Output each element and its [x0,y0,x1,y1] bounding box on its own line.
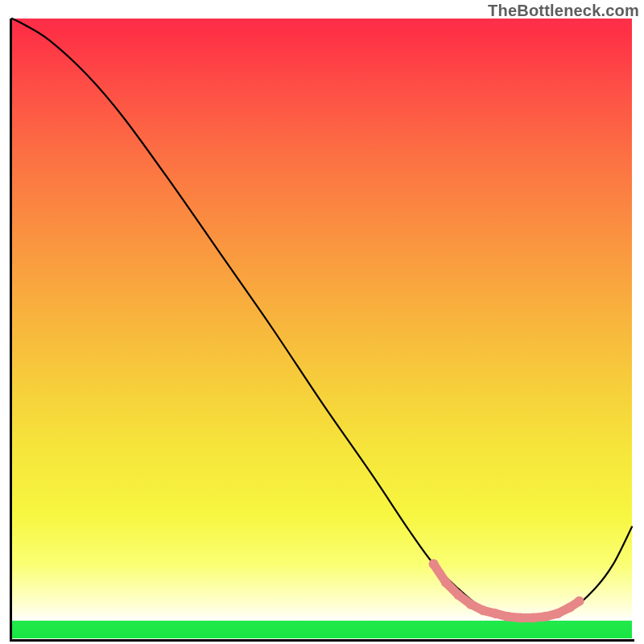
optimal-range-dot [441,578,451,588]
optimal-range-dot [491,609,501,618]
optimal-range-dot [515,613,525,623]
optimal-range-dot [553,609,563,618]
chart-overlay-svg [12,19,632,638]
optimal-range-dot [503,612,513,621]
y-axis [10,19,12,642]
optimal-range-dot [540,612,550,621]
optimal-range-dot [429,559,439,569]
optimal-range-dot [478,605,488,615]
watermark-text: TheBottleneck.com [488,2,639,20]
bottleneck-chart: TheBottleneck.com [0,0,644,644]
optimal-range-markers [429,559,584,623]
x-axis [10,639,634,642]
optimal-range-dot [528,613,538,623]
optimal-range-dot [453,590,463,600]
optimal-range-dot [466,600,476,609]
optimal-range-dot [575,597,584,606]
bottleneck-curve [12,19,632,619]
optimal-range-dot [565,603,575,613]
